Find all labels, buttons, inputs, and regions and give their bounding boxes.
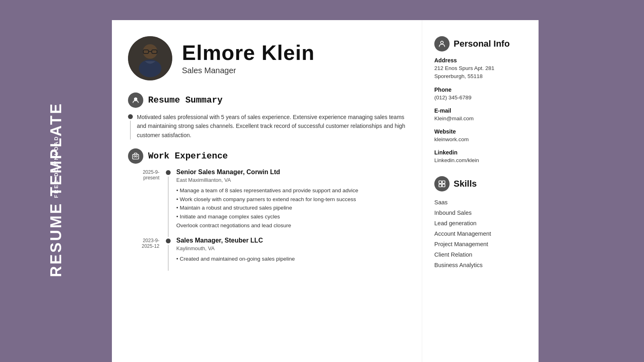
resume-summary-header: Resume Summary [128, 93, 406, 108]
skill-lead-generation: Lead generation [434, 218, 526, 228]
work-experience-title: Work Experience [148, 151, 228, 161]
job-1-content: Senior Sales Manager, Corwin Ltd East Ma… [172, 169, 406, 237]
skill-project-management: Project Management [434, 239, 526, 249]
skill-client-relation: Client Relation [434, 249, 526, 260]
personal-info-header: Personal Info [434, 36, 526, 51]
summary-dot-col [128, 113, 133, 140]
job-2-title: Sales Manager, Steuber LLC [176, 237, 406, 244]
avatar [128, 36, 172, 80]
address-label: Address [434, 57, 526, 64]
job-1-title: Senior Sales Manager, Corwin Ltd [176, 169, 406, 176]
job-1-date: 2025-9-present [128, 169, 164, 237]
resume-sidebar: Personal Info Address 212 Enos Spurs Apt… [422, 20, 539, 362]
email-row: E-mail Klein@mail.com [434, 107, 526, 123]
bullet-3: • Maintain a robust and structured sales… [176, 204, 406, 212]
job-1-bullets: • Manage a team of 8 sales representativ… [176, 186, 406, 230]
bullet-2: • Work closely with company parners to e… [176, 195, 406, 204]
address-row: Address 212 Enos Spurs Apt. 281 Sporerbu… [434, 57, 526, 81]
phone-label: Phone [434, 86, 526, 93]
header-text: Elmore Klein Sales Manager [182, 41, 315, 75]
work-experience-header: Work Experience [128, 148, 406, 164]
linkedin-row: Linkedin Linkedin.com/klein [434, 149, 526, 165]
resume-summary-section: Resume Summary Motivated sales professio… [128, 93, 406, 140]
svg-rect-17 [442, 184, 445, 187]
svg-rect-12 [136, 156, 137, 157]
job-1-line [168, 177, 169, 237]
job-1-timeline: 2025-9-present Senior Sales Manager, Cor… [128, 169, 406, 237]
resume-card: Elmore Klein Sales Manager Resume Summar… [112, 20, 539, 362]
skill-inbound-sales: Inbound Sales [434, 208, 526, 218]
personal-info-title: Personal Info [454, 39, 510, 49]
summary-dot [128, 114, 133, 119]
svg-rect-16 [439, 184, 442, 187]
linkedin-value: Linkedin.com/klein [434, 156, 526, 165]
website-value: kleinwork.com [434, 136, 526, 144]
website-label: Website [434, 128, 526, 135]
phone-row: Phone (012) 345-6789 [434, 86, 526, 102]
summary-text: Motivated sales professional with 5 year… [137, 113, 406, 140]
summary-block: Motivated sales professional with 5 year… [128, 113, 406, 140]
skill-business-analytics: Business Analytics [434, 260, 526, 270]
job-2-timeline-center [164, 237, 172, 271]
skill-account-management: Account Management [434, 228, 526, 239]
work-experience-section: Work Experience 2025-9-present Senior Sa… [128, 148, 406, 271]
skills-header: Skills [434, 176, 526, 191]
left-sidebar: FREE DOWNLOAD RESUME TEMPLATE [0, 0, 113, 362]
linkedin-label: Linkedin [434, 149, 526, 156]
resume-main: Elmore Klein Sales Manager Resume Summar… [112, 20, 422, 362]
svg-rect-11 [134, 156, 135, 157]
candidate-name: Elmore Klein [182, 41, 315, 64]
bullet-1: • Manage a team of 8 sales representativ… [176, 186, 406, 195]
address-line2: Sporerburgh, 55118 [434, 72, 526, 80]
job-2-timeline: 2023-9-2025-12 Sales Manager, Steuber LL… [128, 237, 406, 271]
skill-saas: Saas [434, 197, 526, 208]
candidate-job-title: Sales Manager [182, 66, 315, 75]
resume-summary-title: Resume Summary [148, 95, 223, 105]
svg-point-13 [441, 41, 444, 44]
job-1-dot [166, 170, 171, 175]
summary-line [130, 121, 131, 140]
svg-rect-15 [442, 181, 445, 183]
skills-list: Saas Inbound Sales Lead generation Accou… [434, 197, 526, 270]
svg-rect-10 [133, 154, 139, 159]
job-2-content: Sales Manager, Steuber LLC Kaylinmouth, … [172, 237, 406, 271]
job-2-dot [166, 239, 171, 243]
resume-header: Elmore Klein Sales Manager [128, 36, 406, 80]
email-value: Klein@mail.com [434, 115, 526, 123]
job-2-location: Kaylinmouth, VA [176, 245, 406, 251]
website-row: Website kleinwork.com [434, 128, 526, 144]
phone-value: (012) 345-6789 [434, 94, 526, 102]
job-2-bullets: • Created and maintained on-going sales … [176, 255, 406, 263]
job-2-date: 2023-9-2025-12 [128, 237, 164, 271]
personal-info-icon [434, 36, 450, 51]
address-line1: 212 Enos Spurs Apt. 281 [434, 64, 526, 72]
job-1-location: East Maximillianton, VA [176, 177, 406, 183]
skills-section: Skills Saas Inbound Sales Lead generatio… [434, 176, 526, 270]
resume-summary-icon [128, 93, 143, 108]
job-1-timeline-center [164, 169, 172, 237]
bullet-4: • Initiate and manage complex sales cycl… [176, 212, 406, 221]
personal-info-section: Personal Info Address 212 Enos Spurs Apt… [434, 36, 526, 165]
bullet-5: Overlook contract negotiations and lead … [176, 221, 406, 230]
job-2-bullet-1: • Created and maintained on-going sales … [176, 255, 406, 263]
email-label: E-mail [434, 107, 526, 114]
work-experience-icon [128, 148, 143, 164]
resume-template-label: RESUME TEMPLATE [48, 102, 65, 277]
job-2-line [168, 245, 169, 271]
skills-icon [434, 176, 450, 191]
skills-title: Skills [454, 179, 477, 189]
svg-rect-14 [439, 181, 442, 183]
